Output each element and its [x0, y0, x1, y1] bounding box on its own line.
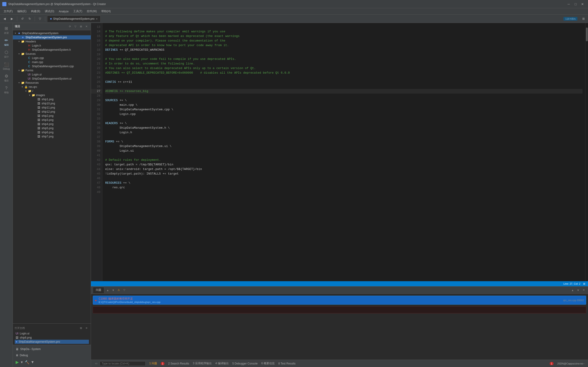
ui-icon1: UI	[27, 73, 31, 76]
sidebar-item-design[interactable]: ⬡ 设计	[1, 49, 12, 60]
panel-collapse-button[interactable]: ▼	[576, 288, 581, 293]
menu-tools[interactable]: 工具(T)	[71, 9, 85, 14]
search-input[interactable]	[100, 361, 146, 366]
code-line-45: !isEmpty(target.path): INSTALLS += targe…	[105, 172, 582, 176]
tree-item-res-qrc[interactable]: ▼ 🔒 res.qrc	[13, 85, 91, 89]
debug-mode-selector[interactable]: 🖥 Debug	[14, 353, 90, 358]
sidebar-item-debug[interactable]: ⬛ Debug	[1, 60, 12, 72]
status-tab-2[interactable]: 2 Search Results	[168, 362, 189, 365]
close-button[interactable]: ✕	[579, 1, 586, 7]
open-doc-ship8[interactable]: 🖼 ship8.png	[15, 336, 89, 340]
filter-tree-button[interactable]: ▽	[73, 24, 78, 29]
tree-item-login-ui[interactable]: UI Login.ui	[13, 73, 91, 77]
project-panel-header: 项目 ⟳ ▽ ⊞ ✕	[13, 23, 91, 30]
status-tab-5[interactable]: 5 Debugger Console	[233, 362, 258, 365]
forward-button[interactable]: ▶	[9, 16, 15, 22]
code-line-19	[105, 52, 582, 57]
build-button[interactable]: 🔨	[25, 360, 29, 365]
tree-item-ship4[interactable]: 🖼 ship4.png	[13, 122, 91, 126]
status-tab-6[interactable]: 6 概要信息	[261, 361, 275, 365]
open-doc-login-ui[interactable]: UI Login.ui	[15, 332, 89, 336]
tree-item-sources[interactable]: ▼ 📁 Sources	[13, 52, 91, 56]
panel-close-btn[interactable]: ✕	[581, 288, 586, 293]
split-button[interactable]: ⊞	[580, 16, 587, 22]
status-tab-4[interactable]: 4 编译输出	[216, 361, 229, 365]
tree-item-ship12[interactable]: 🖼 ship12.png	[13, 110, 91, 114]
tree-item-shipdm-ui[interactable]: UI ShipDataManagementSystem.ui	[13, 77, 91, 81]
tree-item-shipdm-cpp[interactable]: C ShipDataManagementSystem.cpp	[13, 64, 91, 68]
code-editor[interactable]: 13 14 15 16 17 18 19 20 21 22 23 24 25 2…	[91, 23, 588, 281]
menu-edit[interactable]: 编辑(E)	[15, 9, 29, 14]
maximize-button[interactable]: □	[572, 1, 579, 7]
nav-down-button[interactable]: ▼	[111, 288, 116, 293]
tree-item-headers[interactable]: ▼ 📁 Headers	[13, 40, 91, 44]
menu-build[interactable]: 构建(B)	[29, 9, 43, 14]
sidebar-item-label-help: 帮助	[4, 91, 9, 94]
tree-root[interactable]: ▼ ■ ShipDataManagementSystem	[13, 31, 91, 35]
tree-item-ship11[interactable]: 🖼 ship11.png	[13, 106, 91, 110]
filter-issues-button[interactable]: ▽	[122, 288, 127, 293]
split-editor-button[interactable]: ⊞	[583, 282, 585, 285]
editor-scrollbar-thumb[interactable]	[586, 27, 588, 41]
tree-item-ship7[interactable]: 🖼 ship7.png	[13, 134, 91, 139]
tree-item-resources[interactable]: ▼ 📁 Resources	[13, 81, 91, 85]
menu-file[interactable]: 文件(F)	[1, 9, 15, 14]
open-docs-expand[interactable]: ⊞	[78, 325, 83, 331]
menu-controls[interactable]: 控件(W)	[85, 9, 99, 14]
editor-scrollbar[interactable]	[585, 23, 588, 281]
tree-item-ship2[interactable]: 🖼 ship2.png	[13, 114, 91, 118]
open-docs-close[interactable]: ✕	[84, 325, 89, 331]
tab-close-button[interactable]: ✕	[96, 18, 98, 20]
run-target-selector[interactable]: 🖥 ShipDa···System	[14, 346, 90, 352]
filter-button[interactable]: ▽	[37, 16, 43, 22]
code-content[interactable]: # The following define makes your compil…	[103, 23, 585, 281]
tree-item-pro[interactable]: ■ ShipDataManagementSystem.pro	[13, 35, 91, 40]
expand-panel-button[interactable]: ⊞	[78, 24, 83, 29]
code-line-28	[105, 94, 582, 98]
editor-area: 13 14 15 16 17 18 19 20 21 22 23 24 25 2…	[91, 23, 588, 367]
code-line-42: # Default rules for deployment.	[105, 158, 582, 162]
panel-expand-button[interactable]: ▲	[570, 288, 575, 293]
run-button[interactable]: ▶	[16, 360, 19, 365]
editor-tab-pro[interactable]: ■ ShipDataManagementSystem.pro ✕	[47, 16, 101, 22]
tree-item-slash[interactable]: ▼ 📁 /	[13, 89, 91, 93]
sync-button[interactable]: ⟳	[67, 24, 72, 29]
tree-item-login-h[interactable]: H Login.h	[13, 44, 91, 48]
menu-debug[interactable]: 调试(D)	[43, 9, 57, 14]
error-item-1[interactable]: ● C1060: 编译器的堆空间不足 E:\QT\Code\QtPro\Demo…	[93, 296, 586, 305]
tree-item-images[interactable]: ▼ 📁 images	[13, 93, 91, 97]
close-panel-button[interactable]: ✕	[84, 24, 89, 29]
minimize-button[interactable]: ─	[565, 1, 572, 7]
tree-item-shipdm-h[interactable]: H ShipDataManagementSystem.h	[13, 48, 91, 52]
sidebar-item-edit[interactable]: ✏ 编辑	[1, 37, 12, 48]
hammer-dropdown[interactable]: ▼	[31, 360, 35, 364]
run-dropdown[interactable]: ▼	[20, 360, 23, 364]
redo-button[interactable]: ↻	[26, 16, 33, 22]
tree-item-main-cpp[interactable]: C main.cpp	[13, 60, 91, 64]
warning-filter-button[interactable]: ⚠	[116, 288, 121, 293]
sidebar-item-help[interactable]: ? 帮助	[1, 84, 12, 95]
tree-item-login-cpp[interactable]: C Login.cpp	[13, 56, 91, 60]
headers-arrow: ▼	[17, 40, 21, 43]
sidebar-item-welcome[interactable]: ⊞ 欢迎	[1, 25, 12, 36]
tree-item-forms[interactable]: ▼ 📁 Forms	[13, 68, 91, 73]
code-line-29: SOURCES += \	[105, 98, 582, 103]
sidebar-item-project[interactable]: ⚙ 项目	[1, 73, 12, 83]
tree-item-ship6[interactable]: 🖼 ship6.png	[13, 130, 91, 134]
undo-button[interactable]: ↺	[19, 16, 26, 22]
status-tab-8[interactable]: 8 Test Results	[278, 362, 296, 365]
status-tab-1[interactable]: 1 问题	[149, 361, 157, 365]
menu-help[interactable]: 帮助(H)	[99, 9, 113, 14]
tree-item-ship10[interactable]: 🖼 ship10.png	[13, 101, 91, 106]
open-doc-pro[interactable]: ■ ShipDataManagementSystem.pro	[15, 340, 89, 344]
tree-item-ship3[interactable]: 🖼 ship3.png	[13, 118, 91, 122]
tab-issues[interactable]: 问题	[93, 287, 104, 293]
tree-item-ship1[interactable]: 🖼 ship1.png	[13, 97, 91, 101]
hide-panel-button[interactable]: ▭	[94, 361, 99, 366]
tree-item-ship5[interactable]: 🖼 ship5.png	[13, 126, 91, 130]
nav-up-button[interactable]: ▲	[105, 288, 110, 293]
root-label: ShipDataManagementSystem	[22, 32, 90, 35]
menu-analyze[interactable]: Analyze	[57, 9, 71, 14]
status-tab-3[interactable]: 3 应用程序输出	[193, 361, 212, 365]
back-button[interactable]: ◀	[1, 16, 8, 22]
